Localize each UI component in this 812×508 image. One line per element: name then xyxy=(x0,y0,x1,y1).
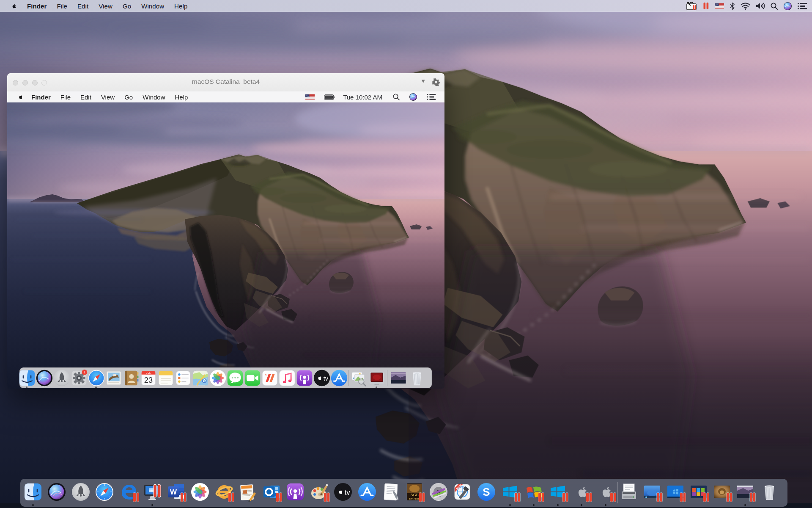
svg-text:23: 23 xyxy=(144,375,153,384)
svg-text:W: W xyxy=(170,488,177,496)
svg-text:1: 1 xyxy=(84,370,86,374)
svg-text:tv: tv xyxy=(324,375,329,382)
svg-text:S: S xyxy=(483,486,490,498)
svg-text:tv: tv xyxy=(345,489,350,496)
svg-text:JUL: JUL xyxy=(146,371,151,374)
svg-text:AGE: AGE xyxy=(410,493,419,497)
